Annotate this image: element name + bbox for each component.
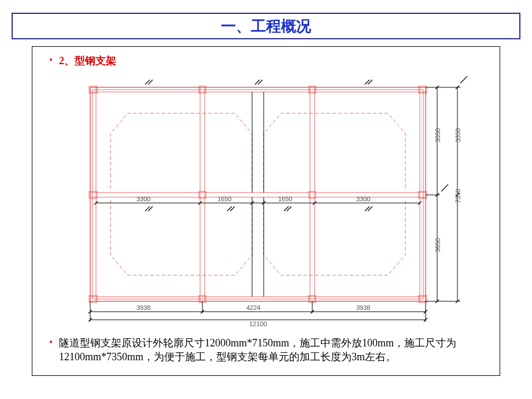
- svg-line-70: [460, 76, 467, 83]
- dim-bot-mid: 4224: [246, 304, 260, 311]
- subtitle-text: 2、型钢支架: [59, 54, 116, 68]
- dim-far-right-top: 3350: [455, 128, 461, 142]
- dim-bot-left: 3938: [136, 304, 150, 311]
- bullet-icon: •: [43, 336, 59, 349]
- steel-bracket-diagram: 3300 1650 1650 3300 3938 4224 3938 12100…: [79, 70, 483, 330]
- svg-rect-0: [90, 87, 426, 301]
- svg-line-71: [441, 184, 448, 191]
- body-text: 隧道型钢支架原设计外轮廓尺寸12000mm*7150mm，施工中需外放100mm…: [59, 336, 488, 364]
- subtitle-row: • 2、型钢支架: [43, 54, 116, 68]
- dim-right-bot: 3650: [434, 238, 441, 252]
- page-title: 一、工程概况: [221, 16, 311, 36]
- dim-far-right-total: 7350: [455, 189, 461, 203]
- bullet-icon: •: [43, 54, 59, 66]
- dim-right-top: 3350: [434, 128, 441, 142]
- title-bar: 一、工程概况: [12, 13, 520, 39]
- dim-total-width: 12100: [249, 320, 267, 327]
- dim-mid-d: 3300: [356, 195, 370, 202]
- dim-bot-right: 3938: [356, 304, 370, 311]
- body-row: • 隧道型钢支架原设计外轮廓尺寸12000mm*7150mm，施工中需外放100…: [43, 336, 488, 364]
- svg-rect-1: [93, 90, 423, 299]
- dim-mid-c: 1650: [278, 195, 292, 202]
- content-frame: • 2、型钢支架: [32, 46, 500, 376]
- dim-mid-b: 1650: [217, 195, 231, 202]
- dim-mid-a: 3300: [136, 195, 150, 202]
